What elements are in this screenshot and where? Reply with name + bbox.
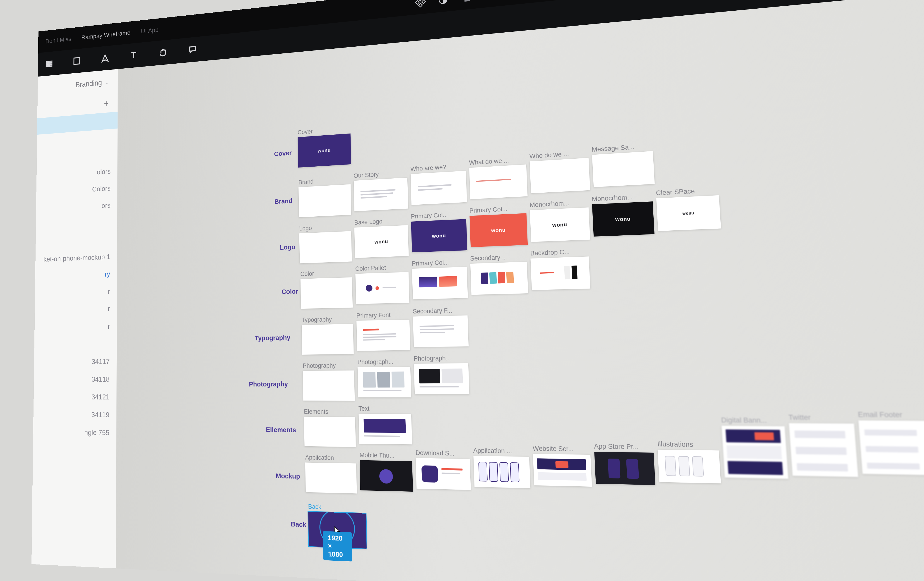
frame-title: Photograph...	[414, 354, 468, 362]
wordmark: wonu	[318, 147, 331, 154]
frame-text[interactable]: Text	[358, 405, 412, 444]
frame-photography-2[interactable]: Photograph...	[414, 354, 469, 394]
section-label-mockup: Mockup	[257, 471, 300, 480]
frame-message[interactable]: Message Sa...	[592, 142, 655, 187]
frame-title: Photography	[303, 362, 354, 369]
pen-tool[interactable]	[99, 51, 111, 65]
frame-application-screens[interactable]: Application ...	[473, 447, 530, 488]
frame-color[interactable]: Color	[300, 269, 353, 309]
text-tool[interactable]	[128, 48, 140, 62]
frame-cover[interactable]: Cover wonu	[298, 125, 351, 168]
layer-row[interactable]	[34, 335, 117, 353]
hand-tool[interactable]	[157, 46, 169, 60]
wordmark: wonu	[552, 221, 567, 228]
layer-row[interactable]: 34119	[33, 405, 116, 423]
frame-illustrations[interactable]: Illustrations	[657, 440, 721, 484]
frame-backdrop-colors[interactable]: Backdrop C...	[530, 248, 591, 290]
frame-typography[interactable]: Typography	[302, 316, 354, 355]
frame-back[interactable]: Back 1920 × 1080	[308, 503, 366, 548]
frame-clear-space[interactable]: Clear SPacewonu	[656, 186, 721, 231]
frame-photography-1[interactable]: Photograph...	[357, 358, 411, 397]
frame-title: Color	[300, 269, 352, 278]
frame-color-pallet[interactable]: Color Pallet	[355, 263, 409, 304]
layer-row[interactable]: r	[35, 282, 117, 302]
frame-brand[interactable]: Brand	[298, 176, 351, 217]
layer-row[interactable]: 34121	[33, 388, 116, 406]
layer-row[interactable]: r	[35, 300, 117, 319]
frame-who-are-we[interactable]: Who are we?	[410, 162, 467, 205]
layers-icon[interactable]	[460, 0, 472, 3]
frame-title: Clear SPace	[656, 186, 719, 197]
contrast-icon[interactable]	[437, 0, 449, 6]
frame-download-screen[interactable]: Download S...	[415, 449, 471, 490]
frame-title: Mobile Thu...	[360, 451, 412, 460]
svg-rect-7	[46, 61, 52, 63]
frame-title: Secondary F...	[412, 307, 467, 315]
frame-monochrome-light[interactable]: Monocrhom...wonu	[530, 199, 590, 242]
layer-row[interactable]: ry	[35, 265, 117, 285]
frame-title: Elements	[304, 408, 355, 416]
frame-what-do-we[interactable]: What do we ...	[469, 156, 528, 199]
frame-app-store[interactable]: App Store Pr...	[594, 443, 655, 485]
frame-title: Secondary ...	[470, 253, 526, 262]
frame-twitter[interactable]: Twitter	[788, 413, 858, 477]
frame-title: Base Logo	[354, 217, 408, 226]
frame-primary-colors[interactable]: Primary Col...	[412, 258, 468, 300]
frame-primary-color-coral[interactable]: Primary Col...wonu	[469, 205, 528, 247]
section-label-photography: Photography	[246, 380, 288, 388]
frame-who-do-we[interactable]: Who do we ...	[529, 149, 590, 193]
frame-title: Email Footer	[858, 411, 924, 419]
frame-title: Backdrop C...	[530, 248, 589, 257]
frame-secondary-colors[interactable]: Secondary ...	[470, 253, 528, 295]
wordmark: wonu	[682, 211, 695, 216]
frame-primary-color-purple[interactable]: Primary Col...wonu	[411, 211, 467, 252]
selection-dimensions: 1920 × 1080	[323, 531, 352, 561]
frame-title: Back	[308, 503, 366, 512]
section-label-logo: Logo	[254, 243, 295, 252]
svg-rect-8	[46, 63, 52, 65]
svg-rect-10	[74, 58, 80, 64]
canvas[interactable]: Cover Brand Logo Color Typography Photog…	[116, 0, 924, 581]
frame-email-footer[interactable]: Email Footer	[858, 411, 924, 475]
layer-row[interactable]: ngle 755	[33, 423, 116, 441]
section-label-cover: Cover	[251, 149, 292, 159]
frame-our-story[interactable]: Our Story	[353, 169, 408, 211]
frame-title: Monocrhom...	[530, 199, 588, 209]
layer-row[interactable]: ket-on-phone-mockup 1	[35, 248, 117, 268]
layer-row[interactable]: 34118	[34, 370, 117, 388]
tab-rampay-wireframe[interactable]: Rampay Wireframe	[81, 29, 130, 41]
layers-panel: Branding ⌄ + olors Colors ors ket-on-pho…	[31, 69, 118, 568]
section-label-color: Color	[256, 288, 298, 296]
tab-ui-app[interactable]: UI App	[141, 26, 158, 35]
frame-title: Color Pallet	[355, 263, 408, 272]
frame-base-logo[interactable]: Base Logowonu	[354, 217, 409, 258]
frame-title: Website Scr...	[533, 445, 590, 453]
frame-application[interactable]: Application	[305, 454, 357, 494]
frame-title: Monocrhom...	[592, 193, 652, 203]
frame-title: Digital Bann...	[721, 416, 785, 425]
frame-tool[interactable]	[71, 54, 82, 68]
section-label-back: Back	[263, 519, 307, 529]
frame-secondary-font[interactable]: Secondary F...	[412, 307, 469, 347]
frame-title: Brand	[298, 176, 350, 186]
frame-logo[interactable]: Logo	[299, 223, 352, 263]
move-tool[interactable]	[43, 57, 55, 71]
frame-primary-font[interactable]: Primary Font	[356, 311, 410, 351]
frame-title: Primary Col...	[412, 258, 467, 267]
frame-digital-banner[interactable]: Digital Bann...	[721, 416, 788, 479]
svg-rect-1	[419, 3, 422, 7]
layer-row[interactable]: 34117	[34, 352, 117, 371]
page-name: Branding	[76, 78, 102, 89]
layer-row[interactable]: r	[35, 317, 117, 336]
frame-website-screens[interactable]: Website Scr...	[533, 445, 592, 487]
frame-mobile-thumb[interactable]: Mobile Thu...	[360, 451, 413, 492]
comment-tool[interactable]	[186, 42, 199, 57]
frame-photography[interactable]: Photography	[303, 362, 355, 401]
frame-title: Logo	[299, 223, 351, 232]
tab-dont-miss[interactable]: Don't Miss	[45, 35, 71, 45]
frame-monochrome-dark[interactable]: Monocrhom...wonu	[592, 193, 655, 237]
frame-elements[interactable]: Elements	[304, 408, 356, 447]
svg-rect-0	[419, 0, 422, 1]
wordmark: wonu	[432, 232, 446, 239]
component-icon[interactable]	[415, 0, 426, 8]
